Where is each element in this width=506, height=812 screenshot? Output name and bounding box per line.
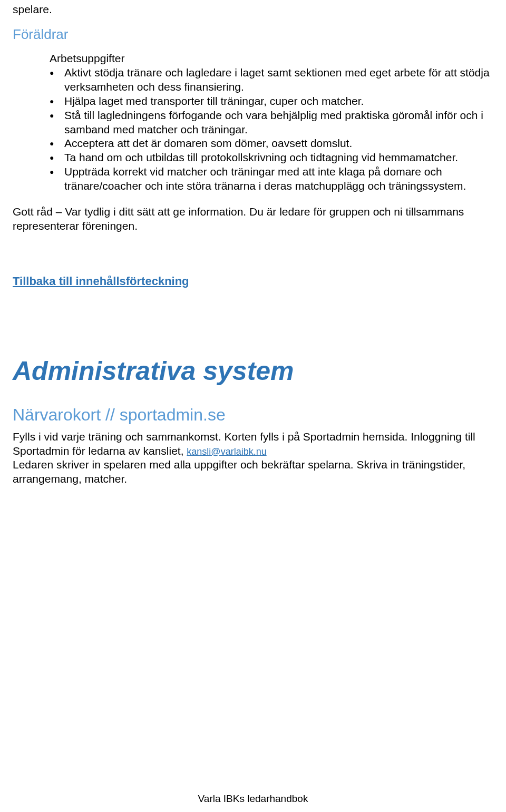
list-item: Uppträda korrekt vid matcher och träning…	[64, 165, 493, 193]
section-foraldrar: Föräldrar	[13, 26, 493, 43]
sub-heading-narvarokort: Närvarokort // sportadmin.se	[13, 405, 493, 425]
bullet-list: Aktivt stödja tränare och lagledare i la…	[50, 66, 493, 193]
gott-rad-paragraph: Gott råd – Var tydlig i ditt sätt att ge…	[13, 205, 493, 233]
body-paragraph-1: Fylls i vid varje träning och sammankoms…	[13, 430, 493, 458]
footer-text: Varla IBKs ledarhandbok	[0, 793, 506, 805]
email-link[interactable]: kansli@varlaibk.nu	[187, 446, 266, 457]
list-item: Ta hand om och utbildas till protokollsk…	[64, 151, 493, 165]
list-item: Hjälpa laget med transporter till tränin…	[64, 94, 493, 109]
toc-link[interactable]: Tillbaka till innehållsförteckning	[13, 275, 189, 288]
list-item: Aktivt stödja tränare och lagledare i la…	[64, 66, 493, 94]
list-item: Stå till lagledningens förfogande och va…	[64, 109, 493, 137]
top-word: spelare.	[13, 0, 493, 16]
body-paragraph-2: Ledaren skriver in spelaren med alla upp…	[13, 458, 493, 486]
list-item: Acceptera att det är domaren som dömer, …	[64, 136, 493, 151]
arbetsuppgifter-heading: Arbetsuppgifter	[50, 52, 493, 65]
main-heading: Administrativa system	[13, 356, 493, 386]
